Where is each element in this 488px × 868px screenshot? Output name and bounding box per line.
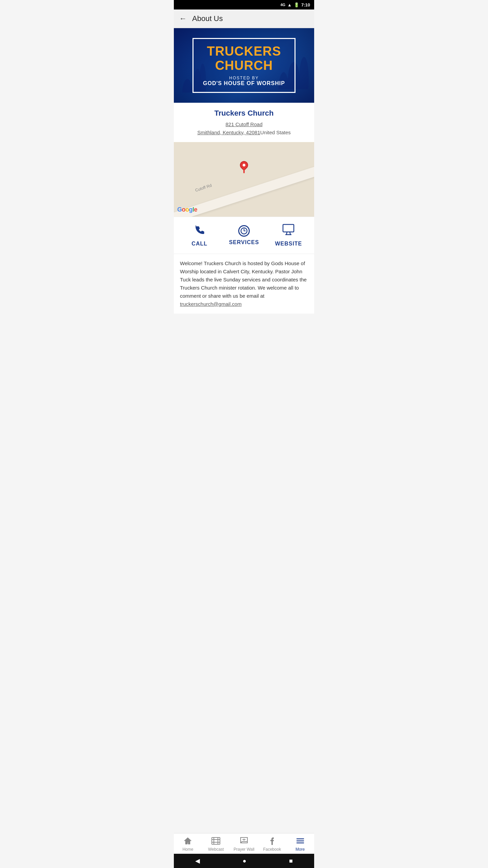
banner-hosted-by: HOSTED BY: [203, 76, 285, 80]
map-pin: [240, 161, 248, 173]
svg-point-5: [299, 57, 309, 89]
church-info: Truckers Church 821 Cutoff Road Smithlan…: [174, 103, 314, 142]
banner-subtitle: GOD'S HOUSE OF WORSHIP: [203, 80, 285, 86]
call-label: CALL: [191, 241, 207, 247]
time-display: 7:10: [301, 2, 310, 7]
google-logo: Google: [177, 206, 197, 213]
svg-rect-9: [283, 224, 294, 232]
map[interactable]: Cutoff Rd Google: [174, 142, 314, 217]
church-name: Truckers Church: [179, 109, 309, 118]
description-text: Welcome! Truckers Church is hosted by Go…: [180, 260, 307, 299]
clock-icon: [238, 225, 250, 237]
services-button[interactable]: SERVICES: [222, 225, 266, 245]
header: ← About Us: [174, 9, 314, 28]
banner-box: TRUCKERSCHURCH HOSTED BY GOD'S HOUSE OF …: [192, 38, 296, 93]
website-button[interactable]: WEBSITE: [266, 224, 311, 247]
church-address-line1[interactable]: 821 Cutoff Road: [226, 121, 263, 127]
monitor-icon: [282, 224, 294, 238]
page-title: About Us: [192, 14, 223, 23]
signal-bars-icon: ▲: [287, 2, 292, 7]
banner-image: TRUCKERSCHURCH HOSTED BY GOD'S HOUSE OF …: [174, 28, 314, 103]
church-country: United States: [260, 130, 291, 135]
back-button[interactable]: ←: [179, 14, 187, 23]
website-label: WEBSITE: [275, 241, 302, 247]
church-address-line2[interactable]: Smithland, Kentucky, 42081: [197, 130, 260, 135]
battery-icon: 🔋: [294, 2, 299, 7]
signal-icon: 4G: [280, 3, 285, 7]
call-button[interactable]: CALL: [177, 224, 222, 247]
banner-title: TRUCKERSCHURCH: [203, 44, 285, 73]
status-bar: 4G ▲ 🔋 7:10: [174, 0, 314, 9]
phone-icon: [194, 224, 205, 238]
svg-point-0: [182, 79, 192, 93]
email-link[interactable]: truckerschurch@gmail.com: [180, 301, 242, 307]
services-label: SERVICES: [229, 239, 259, 245]
description: Welcome! Truckers Church is hosted by Go…: [174, 254, 314, 314]
action-buttons: CALL SERVICES WEBSITE: [174, 217, 314, 254]
